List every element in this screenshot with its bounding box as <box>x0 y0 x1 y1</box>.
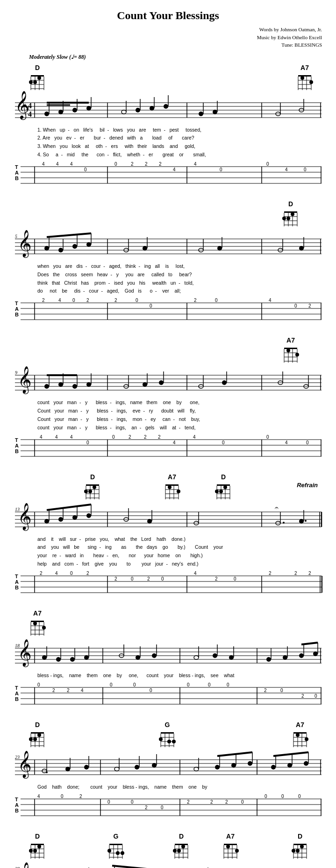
svg-point-517 <box>37 845 41 848</box>
svg-point-199 <box>222 380 227 385</box>
svg-point-299 <box>305 520 307 522</box>
svg-text:2: 2 <box>114 298 117 303</box>
svg-point-416 <box>37 733 41 737</box>
chord-G-6: G <box>159 721 176 749</box>
svg-point-355 <box>70 657 75 662</box>
svg-point-454 <box>46 771 48 773</box>
svg-text:0: 0 <box>136 298 138 303</box>
svg-text:B: B <box>15 585 19 590</box>
svg-rect-529 <box>175 844 188 845</box>
svg-point-476 <box>287 763 292 768</box>
svg-text:2: 2 <box>86 571 89 576</box>
tab-svg-5: T A B 0 0 0 0 0 0 2 0 2 <box>14 682 322 706</box>
section-7: D <box>14 822 322 868</box>
svg-point-261 <box>219 490 223 493</box>
svg-text:2: 2 <box>145 805 148 810</box>
svg-point-193 <box>143 382 147 387</box>
svg-point-425 <box>159 737 163 741</box>
svg-text:4: 4 <box>55 434 58 440</box>
svg-text:0: 0 <box>222 440 225 445</box>
svg-point-559 <box>296 849 300 853</box>
svg-line-480 <box>273 752 308 756</box>
lyrics-4: and it will sur - prise you, what the Lo… <box>14 535 322 568</box>
svg-point-437 <box>305 737 308 741</box>
svg-point-241 <box>93 485 96 489</box>
svg-point-414 <box>29 737 33 741</box>
svg-text:0: 0 <box>304 167 307 172</box>
svg-point-539 <box>181 845 185 848</box>
staff-svg-1: 𝄞 4 4 # # <box>14 89 322 126</box>
svg-text:0: 0 <box>298 794 301 799</box>
svg-point-119 <box>86 242 91 247</box>
svg-point-38 <box>58 110 63 114</box>
lyric-line-2-2: Does the cross seem heav - y you are cal… <box>37 271 322 279</box>
svg-text:A: A <box>15 691 19 696</box>
lyrics-6: God hath done; count your bless - ings, … <box>14 783 322 791</box>
svg-point-549 <box>235 849 239 853</box>
svg-point-528 <box>121 851 124 855</box>
svg-point-42 <box>86 106 91 111</box>
svg-text:0: 0 <box>150 688 152 693</box>
chord-D-1: D <box>29 64 46 92</box>
svg-rect-406 <box>31 732 44 734</box>
chord-row-7: D <box>14 822 322 857</box>
tab-svg-2: T A B 2 4 0 2 2 0 2 0 4 <box>14 297 322 322</box>
svg-point-251 <box>177 490 180 493</box>
svg-text:4: 4 <box>285 167 288 172</box>
svg-point-373 <box>283 655 287 660</box>
svg-text:0: 0 <box>84 167 87 172</box>
lyric-line-1-1: 1. When up - on life's bil - lows you ar… <box>37 126 322 134</box>
svg-text:4: 4 <box>70 434 73 440</box>
svg-text:2: 2 <box>187 799 190 805</box>
svg-text:0: 0 <box>61 794 64 799</box>
chord-row-2: D <box>14 190 322 225</box>
svg-point-96 <box>282 217 286 220</box>
svg-point-516 <box>33 849 37 853</box>
svg-text:4: 4 <box>269 298 272 303</box>
svg-line-121 <box>47 233 91 237</box>
svg-text:B: B <box>15 808 19 813</box>
attribution: Words by Johnson Oatman, Jr. Music by Ed… <box>14 26 322 49</box>
tune-credit: Tune: BLESSINGS <box>14 41 322 49</box>
svg-point-461 <box>135 765 139 770</box>
lyric-line-1-3: 3. When you look at oth - ers with their… <box>37 142 322 151</box>
svg-point-184 <box>58 382 63 387</box>
lyric-line-5-1: bless - ings, name them one by one, coun… <box>37 672 322 680</box>
svg-line-286 <box>47 504 91 510</box>
lyric-line-4-4: help and com - fort give you to your jou… <box>37 560 322 568</box>
chord-D-refrain-r: D <box>215 473 232 501</box>
svg-point-527 <box>116 851 120 855</box>
svg-text:0: 0 <box>37 682 40 687</box>
svg-point-538 <box>177 849 181 853</box>
svg-text:4: 4 <box>37 794 40 799</box>
chord-A7-refrain: A7 <box>164 473 180 501</box>
svg-point-351 <box>42 655 47 660</box>
svg-point-98 <box>291 212 294 216</box>
svg-point-367 <box>213 653 217 658</box>
section-6: D <box>14 711 322 818</box>
page-title: Count Your Blessings <box>14 9 322 22</box>
svg-text:2: 2 <box>131 161 134 167</box>
svg-text:2: 2 <box>147 576 150 581</box>
svg-text:0: 0 <box>161 576 164 581</box>
svg-text:4: 4 <box>58 298 61 303</box>
tab-svg-6: T A B 4 0 2 0 0 2 0 2 2 <box>14 793 322 818</box>
lyric-line-4-1: and it will sur - prise you, what the Lo… <box>37 535 322 544</box>
svg-text:4: 4 <box>173 440 176 445</box>
svg-text:4: 4 <box>193 434 196 440</box>
svg-point-132 <box>299 246 304 251</box>
lyrics-3: count your man - y bless - ings, name th… <box>14 399 322 432</box>
chord-A7-7: A7 <box>222 833 239 861</box>
chord-A7-6: A7 <box>292 721 308 749</box>
svg-point-50 <box>164 104 168 109</box>
svg-point-465 <box>194 767 199 771</box>
staff-svg-2: 5 𝄞 # # <box>14 225 322 262</box>
svg-point-357 <box>84 655 89 660</box>
svg-point-40 <box>72 108 77 112</box>
svg-point-463 <box>152 763 157 768</box>
lyric-line-3-1: count your man - y bless - ings, name th… <box>37 399 322 407</box>
svg-text:B: B <box>15 312 19 317</box>
staff-svg-7: 28 𝄞 # # <box>14 857 322 868</box>
svg-text:0: 0 <box>280 688 283 693</box>
chord-diagram-A7 <box>296 71 313 90</box>
